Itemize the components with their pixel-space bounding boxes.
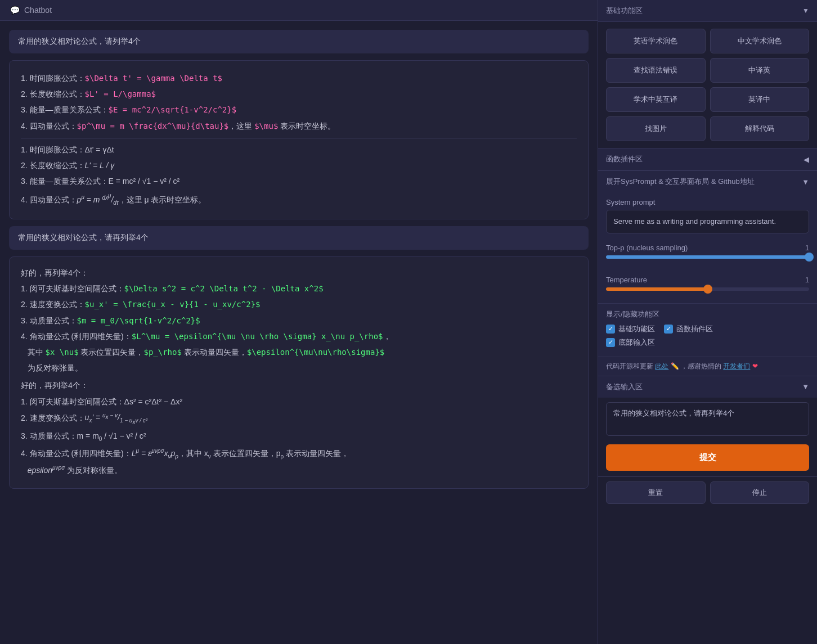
expand-label: 展开SysPrompt & 交互界面布局 & Github地址 [606, 177, 755, 187]
bottom-buttons: 重置 停止 [598, 476, 817, 508]
temperature-section: Temperature 1 [598, 271, 817, 303]
pencil-icon: ✏️ [671, 362, 679, 370]
temperature-label: Temperature [606, 276, 647, 284]
plugin-arrow[interactable]: ◀ [803, 155, 809, 164]
temperature-thumb[interactable] [703, 285, 712, 294]
top-p-label: Top-p (nucleus sampling) [606, 244, 688, 252]
top-p-section: Top-p (nucleus sampling) 1 [598, 239, 817, 271]
btn-cn-to-en[interactable]: 中译英 [710, 58, 810, 83]
reset-button[interactable]: 重置 [606, 481, 706, 504]
response2-intro: 好的，再列举4个： [21, 266, 577, 280]
formula-block-3: 3. 能量—质量关系公式：$E = mc^2/\sqrt{1-v^2/c^2}$ [21, 103, 577, 117]
top-p-label-row: Top-p (nucleus sampling) 1 [606, 244, 809, 252]
top-p-fill [606, 255, 809, 259]
expand-section: 展开SysPrompt & 交互界面布局 & Github地址 ▼ System… [598, 170, 817, 376]
temperature-label-row: Temperature 1 [606, 276, 809, 284]
btn-en-to-cn[interactable]: 英译中 [710, 87, 810, 112]
checkbox-row-1: ✓ 基础功能区 ✓ 函数插件区 [606, 324, 809, 334]
contributors-link[interactable]: 开发者们 [723, 362, 750, 370]
top-p-value: 1 [805, 244, 809, 252]
rendered-4: 4. 四动量公式：pμ = m dxμ/dτ，这里 μ 表示时空坐标。 [21, 190, 577, 208]
checkbox-basic-box[interactable]: ✓ [606, 325, 615, 334]
chat-messages: 常用的狭义相对论公式，请列举4个 1. 时间膨胀公式：$\Delta t' = … [0, 21, 598, 644]
basic-section-arrow[interactable]: ▼ [802, 7, 809, 15]
formula-block-2: 2. 长度收缩公式：$L' = L/\gamma$ [21, 87, 577, 101]
rendered-1: 1. 时间膨胀公式：Δt' = γΔt [21, 143, 577, 157]
basic-section-label: 基础功能区 [606, 6, 643, 16]
btn-academic-mutual[interactable]: 学术中英互译 [606, 87, 706, 112]
user-message-1: 常用的狭义相对论公式，请列举4个 [9, 30, 589, 53]
formula-block-4: 4. 四动量公式：$p^\mu = m \frac{dx^\mu}{d\tau}… [21, 119, 577, 133]
checkbox-plugin[interactable]: ✓ 函数插件区 [664, 324, 713, 334]
system-prompt-area: System prompt Serve me as a writing and … [598, 192, 817, 239]
btn-find-image[interactable]: 找图片 [606, 116, 706, 141]
source-link-row: 代码开源和更新 此处 ✏️ ，感谢热情的 开发者们 ❤ [598, 357, 817, 376]
system-prompt-value: Serve me as a writing and programming as… [606, 210, 809, 233]
source-link[interactable]: 此处 [655, 362, 668, 370]
expand-arrow[interactable]: ▼ [802, 178, 809, 186]
chat-header: 💬 Chatbot [0, 0, 598, 21]
user-text-1: 常用的狭义相对论公式，请列举4个 [18, 37, 141, 46]
expand-header: 展开SysPrompt & 交互界面布局 & Github地址 ▼ [598, 171, 817, 192]
checkbox-bottom[interactable]: ✓ 底部输入区 [606, 337, 655, 348]
thanks-text: ，感谢热情的 [681, 362, 721, 370]
checkbox-basic-label: 基础功能区 [618, 324, 655, 334]
plugin-section: 函数插件区 ◀ [598, 148, 817, 170]
submit-button[interactable]: 提交 [606, 444, 809, 471]
chat-title: Chatbot [24, 6, 52, 15]
right-panel: 基础功能区 ▼ 英语学术润色 中文学术润色 查找语法错误 中译英 学术中英互译 … [598, 0, 817, 644]
top-p-thumb[interactable] [805, 253, 814, 262]
response2-intro2: 好的，再列举4个： [21, 379, 577, 393]
alt-input-arrow[interactable]: ▼ [802, 382, 809, 391]
basic-btn-grid: 英语学术润色 中文学术润色 查找语法错误 中译英 学术中英互译 英译中 找图片 … [598, 22, 817, 148]
temperature-fill [606, 287, 708, 291]
formula-block-1: 1. 时间膨胀公式：$\Delta t' = \gamma \Delta t$ [21, 71, 577, 85]
plugin-label: 函数插件区 [606, 154, 643, 164]
show-hide-label: 显示/隐藏功能区 [606, 309, 809, 319]
checkbox-row-2: ✓ 底部输入区 [606, 337, 809, 348]
checkbox-plugin-label: 函数插件区 [676, 324, 713, 334]
alt-input-textarea[interactable]: 常用的狭义相对论公式，请再列举4个 [606, 402, 809, 436]
heart-icon: ❤ [752, 362, 758, 370]
rendered-2: 2. 长度收缩公式：L' = L / γ [21, 159, 577, 173]
system-prompt-label: System prompt [606, 198, 809, 206]
checkbox-bottom-label: 底部输入区 [618, 337, 655, 348]
stop-button[interactable]: 停止 [710, 481, 810, 504]
btn-grammar-check[interactable]: 查找语法错误 [606, 58, 706, 83]
temperature-track[interactable] [606, 287, 809, 291]
rendered-3: 3. 能量—质量关系公式：E = mc² / √1 − v² / c² [21, 174, 577, 188]
checkbox-bottom-box[interactable]: ✓ [606, 338, 615, 347]
checkbox-basic[interactable]: ✓ 基础功能区 [606, 324, 655, 334]
temperature-value: 1 [805, 276, 809, 284]
user-text-2: 常用的狭义相对论公式，请再列举4个 [18, 233, 149, 242]
assistant-message-1: 1. 时间膨胀公式：$\Delta t' = \gamma \Delta t$ … [9, 60, 589, 219]
alt-input-label: 备选输入区 [606, 382, 643, 392]
top-p-track[interactable] [606, 255, 809, 259]
btn-cn-academic[interactable]: 中文学术润色 [710, 29, 810, 53]
checkbox-plugin-box[interactable]: ✓ [664, 325, 673, 334]
btn-explain-code[interactable]: 解释代码 [710, 116, 810, 141]
alt-input-section: 备选输入区 ▼ 常用的狭义相对论公式，请再列举4个 提交 [598, 376, 817, 476]
left-panel: 💬 Chatbot 常用的狭义相对论公式，请列举4个 1. 时间膨胀公式：$\D… [0, 0, 598, 644]
assistant-message-2: 好的，再列举4个： 1. 闵可夫斯基时空间隔公式：$\Delta s^2 = c… [9, 256, 589, 489]
chat-icon: 💬 [10, 6, 20, 15]
show-hide-section: 显示/隐藏功能区 ✓ 基础功能区 ✓ 函数插件区 ✓ 底部输入区 [598, 303, 817, 357]
source-text: 代码开源和更新 [606, 362, 653, 370]
user-message-2: 常用的狭义相对论公式，请再列举4个 [9, 226, 589, 250]
alt-input-header: 备选输入区 ▼ [598, 376, 817, 398]
basic-section-header: 基础功能区 ▼ [598, 0, 817, 22]
btn-en-academic[interactable]: 英语学术润色 [606, 29, 706, 53]
